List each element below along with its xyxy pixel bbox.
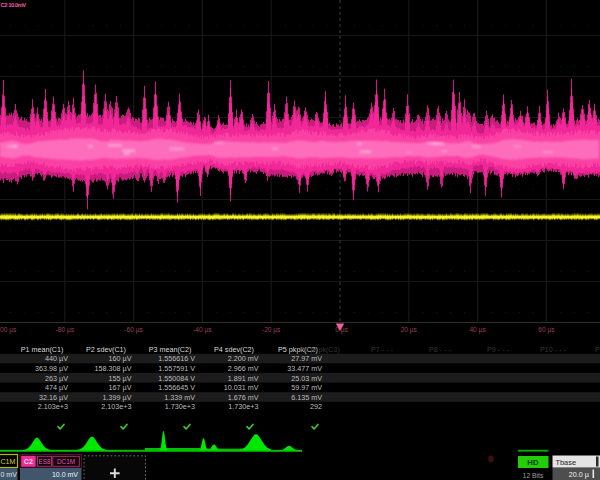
svg-text:P: P xyxy=(595,345,600,354)
svg-text:32.16 µV: 32.16 µV xyxy=(39,393,68,402)
svg-text:1.556645 V: 1.556645 V xyxy=(158,383,195,392)
svg-text:167 µV: 167 µV xyxy=(109,383,132,392)
svg-text:20.0 µ: 20.0 µ xyxy=(569,470,589,479)
svg-text:2.200 mV: 2.200 mV xyxy=(228,354,259,363)
svg-text:C2: C2 xyxy=(24,457,33,466)
svg-text:DC1M: DC1M xyxy=(57,458,75,465)
svg-text:160 µV: 160 µV xyxy=(109,354,132,363)
svg-text:12 Bits: 12 Bits xyxy=(523,472,544,479)
svg-text:1.891 mV: 1.891 mV xyxy=(228,374,259,383)
svg-text:158.308 µV: 158.308 µV xyxy=(95,364,132,373)
svg-text:363.98 µV: 363.98 µV xyxy=(35,364,68,373)
svg-text:P10 - - -: P10 - - - xyxy=(540,345,567,354)
svg-text:P2 sdev(C1): P2 sdev(C1) xyxy=(86,345,126,354)
svg-text:P3 mean(C2): P3 mean(C2) xyxy=(149,345,192,354)
svg-text:10.0 mV: 10.0 mV xyxy=(52,471,78,478)
svg-text:2.103e+3: 2.103e+3 xyxy=(101,402,131,411)
svg-text:60 µs: 60 µs xyxy=(538,326,555,334)
svg-text:0 mV: 0 mV xyxy=(1,471,18,478)
svg-text:263 µV: 263 µV xyxy=(45,374,68,383)
svg-text:1.730e+3: 1.730e+3 xyxy=(165,402,195,411)
svg-text:HD: HD xyxy=(527,458,539,467)
svg-text:1.557591 V: 1.557591 V xyxy=(158,364,195,373)
svg-text:C1M: C1M xyxy=(1,458,16,465)
svg-text:1.339 mV: 1.339 mV xyxy=(164,393,195,402)
svg-text:292: 292 xyxy=(310,402,322,411)
svg-text:27.97 mV: 27.97 mV xyxy=(291,354,322,363)
svg-text:1.556616 V: 1.556616 V xyxy=(158,354,195,363)
svg-text:-60 µs: -60 µs xyxy=(124,326,143,334)
svg-text:C2 10.0mV: C2 10.0mV xyxy=(1,2,27,8)
svg-text:20 µs: 20 µs xyxy=(401,326,418,334)
svg-text:155 µV: 155 µV xyxy=(109,374,132,383)
svg-text:6.135 mV: 6.135 mV xyxy=(291,393,322,402)
svg-text:ES8: ES8 xyxy=(38,458,51,465)
svg-text:1.730e+3: 1.730e+3 xyxy=(228,402,258,411)
svg-text:1.399 µV: 1.399 µV xyxy=(103,393,132,402)
svg-text:00 µs: 00 µs xyxy=(0,326,17,334)
svg-text:59.97 mV: 59.97 mV xyxy=(291,383,322,392)
svg-text:25.03 mV: 25.03 mV xyxy=(291,374,322,383)
svg-text:10.031 mV: 10.031 mV xyxy=(224,383,259,392)
svg-text:40 µs: 40 µs xyxy=(469,326,486,334)
svg-text:0 µs: 0 µs xyxy=(335,326,348,334)
svg-text:-80 µs: -80 µs xyxy=(56,326,75,334)
svg-text:Tbase: Tbase xyxy=(556,458,577,467)
svg-text:P8 - - -: P8 - - - xyxy=(429,345,452,354)
svg-text:P1 mean(C1): P1 mean(C1) xyxy=(21,345,64,354)
svg-text:1.550084 V: 1.550084 V xyxy=(158,374,195,383)
svg-text:2.966 mV: 2.966 mV xyxy=(228,364,259,373)
svg-text:2.103e+3: 2.103e+3 xyxy=(38,402,68,411)
svg-text:33.477 mV: 33.477 mV xyxy=(287,364,322,373)
svg-text:474 µV: 474 µV xyxy=(45,383,68,392)
svg-text:-20 µs: -20 µs xyxy=(262,326,281,334)
svg-text:P7 - - -: P7 - - - xyxy=(371,345,394,354)
svg-text:440 µV: 440 µV xyxy=(45,354,68,363)
svg-text:1.676 mV: 1.676 mV xyxy=(228,393,259,402)
svg-text:P6 pkpk(C3): P6 pkpk(C3) xyxy=(300,345,340,354)
svg-text:P9 - - -: P9 - - - xyxy=(487,345,510,354)
svg-text:-40 µs: -40 µs xyxy=(193,326,212,334)
svg-text:P4 sdev(C2): P4 sdev(C2) xyxy=(214,345,254,354)
